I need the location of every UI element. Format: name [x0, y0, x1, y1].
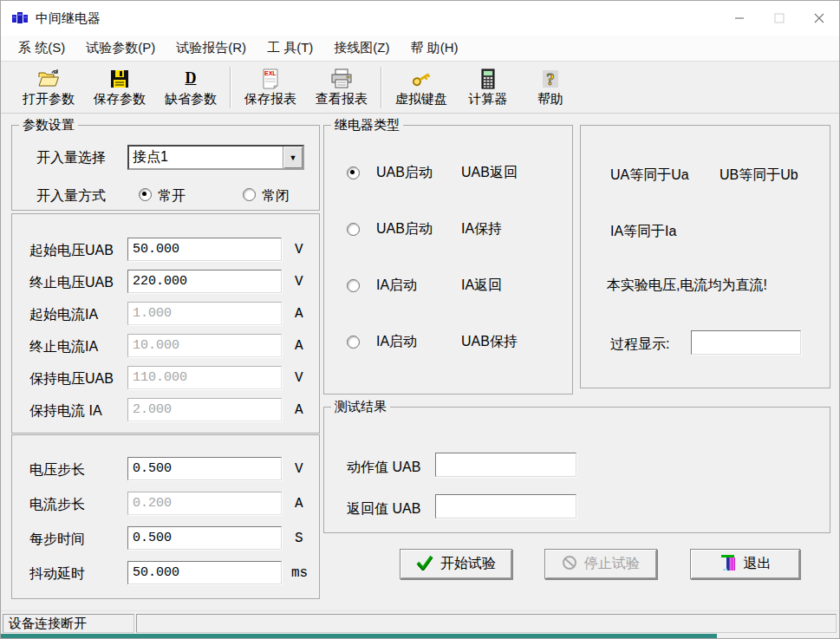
params-group: 参数设置 开入量选择 接点1 ▼ 开入量方式 常开 常闭: [11, 125, 320, 211]
field-unit: V: [295, 370, 303, 386]
start-test-button[interactable]: 开始试验: [400, 549, 512, 579]
start-current-input: [127, 302, 282, 325]
relay-option-radio-4[interactable]: [347, 336, 360, 349]
radio-normally-open-label[interactable]: 常开: [158, 187, 186, 205]
taskbar-strip: [1, 634, 717, 639]
menu-item-system[interactable]: 系 统(S): [8, 40, 75, 56]
start-test-label: 开始试验: [440, 555, 496, 573]
relay-option-radio-3[interactable]: [347, 279, 360, 292]
info-panel: UA等同于Ua UB等同于Ub IA等同于Ia 本实验电压,电流均为直流! 过程…: [580, 125, 830, 388]
field-unit: V: [295, 242, 303, 258]
result-return-label: 返回值 UAB: [347, 500, 420, 518]
relay-option-radio-2[interactable]: [347, 223, 360, 236]
field-label: 保持电流 IA: [29, 402, 102, 421]
open-folder-icon: [36, 68, 61, 90]
process-display-input: [691, 330, 801, 355]
toolbar-button-label: 查看报表: [316, 91, 368, 108]
field-label: 电流步长: [29, 496, 85, 514]
relay-option-start-label[interactable]: IA启动: [376, 333, 417, 351]
voltage-step-input[interactable]: [127, 457, 282, 480]
field-unit: A: [295, 496, 303, 512]
window-titlebar[interactable]: 中间继电器: [1, 1, 839, 36]
toolbar-button-save-report[interactable]: EXL 保存报表: [235, 64, 306, 111]
status-cell-message: [136, 614, 837, 633]
info-line-ia: IA等同于Ia: [610, 223, 676, 241]
info-line-ua: UA等同于Ua: [610, 166, 689, 185]
help-question-icon: ?: [538, 68, 563, 90]
jitter-delay-input[interactable]: [127, 561, 282, 584]
toolbar-button-label: 打开参数: [23, 91, 75, 108]
close-button[interactable]: [799, 1, 839, 36]
radio-normally-closed-label[interactable]: 常闭: [262, 187, 290, 205]
start-voltage-input[interactable]: [127, 238, 282, 261]
params-values-panel: 起始电压UAB V 终止电压UAB V 起始电流IA A 终止电流IA A 保持…: [11, 213, 320, 434]
menu-item-tools[interactable]: 工 具(T): [257, 40, 323, 56]
end-voltage-input[interactable]: [127, 270, 282, 293]
menu-item-wiring-diagram[interactable]: 接线图(Z): [323, 40, 400, 56]
relay-option-radio-1[interactable]: [347, 166, 360, 179]
process-display-label: 过程显示:: [610, 336, 669, 354]
toolbar-separator: [381, 67, 382, 108]
stop-test-button: 停止试验: [544, 549, 657, 579]
field-label: 终止电压UAB: [29, 274, 114, 292]
result-action-label: 动作值 UAB: [347, 459, 420, 477]
toolbar-button-label: 虚拟键盘: [395, 91, 447, 108]
radio-normally-closed[interactable]: [243, 188, 256, 201]
params-group-title: 参数设置: [19, 117, 78, 134]
menu-item-test-params[interactable]: 试验参数(P): [75, 40, 166, 56]
hold-voltage-input: [127, 366, 282, 389]
relay-type-group-title: 继电器类型: [331, 117, 403, 134]
toolbar-button-help[interactable]: ? 帮助: [519, 64, 582, 111]
maximize-button: [759, 1, 799, 36]
step-time-input[interactable]: [127, 526, 282, 550]
relay-option-start-label[interactable]: IA启动: [376, 277, 417, 295]
relay-option-start-label[interactable]: UAB启动: [376, 164, 433, 182]
check-icon: [416, 555, 433, 574]
relay-option-end-label: IA返回: [461, 277, 502, 295]
params-steps-panel: 电压步长 V 电流步长 A 每步时间 S 抖动延时 ms: [11, 434, 320, 599]
menu-item-help[interactable]: 帮 助(H): [400, 40, 468, 56]
exit-door-icon: [720, 554, 737, 575]
toolbar-button-virtual-keyboard[interactable]: 虚拟键盘: [386, 64, 457, 111]
toolbar-button-label: 缺省参数: [165, 91, 217, 108]
combo-dropdown-button[interactable]: ▼: [283, 147, 303, 168]
prohibition-icon: [562, 555, 577, 574]
key-icon: [409, 68, 433, 90]
field-label: 每步时间: [29, 531, 85, 549]
results-group: 测试结果 动作值 UAB 返回值 UAB: [323, 407, 830, 533]
relay-option-end-label: IA保持: [461, 220, 502, 238]
toolbar: 打开参数 保存参数 D 缺省参数: [1, 62, 839, 114]
field-label: 保持电压UAB: [29, 370, 114, 388]
status-cell-connection: 设备连接断开: [3, 614, 134, 633]
toolbar-button-calculator[interactable]: 计算器: [457, 64, 519, 111]
toolbar-button-save-params[interactable]: 保存参数: [84, 64, 155, 111]
relay-option-end-label: UAB保持: [461, 333, 518, 351]
relay-option-start-label[interactable]: UAB启动: [376, 220, 433, 238]
toolbar-button-open-params[interactable]: 打开参数: [13, 64, 84, 111]
toolbar-button-view-report[interactable]: 查看报表: [306, 64, 377, 111]
relay-option-end-label: UAB返回: [461, 164, 518, 182]
input-select-value: 接点1: [129, 147, 283, 168]
menu-item-test-report[interactable]: 试验报告(R): [166, 40, 257, 56]
toolbar-separator: [230, 67, 231, 108]
current-step-input: [127, 492, 282, 515]
window-title: 中间继电器: [36, 10, 101, 27]
result-return-input: [435, 494, 576, 518]
toolbar-button-label: 保存报表: [244, 91, 296, 108]
minimize-button[interactable]: [720, 1, 759, 36]
results-group-title: 测试结果: [331, 399, 390, 415]
toolbar-button-label: 帮助: [537, 91, 563, 108]
field-unit: S: [295, 531, 303, 546]
result-action-input: [435, 453, 576, 477]
field-unit: V: [295, 274, 303, 290]
end-current-input: [127, 334, 282, 357]
toolbar-button-default-params[interactable]: D 缺省参数: [155, 64, 226, 111]
field-label: 抖动延时: [29, 565, 85, 584]
input-select-combo[interactable]: 接点1 ▼: [127, 145, 304, 170]
toolbar-button-label: 计算器: [469, 91, 508, 108]
radio-normally-open[interactable]: [139, 188, 152, 201]
field-label: 终止电流IA: [29, 338, 98, 356]
exit-button[interactable]: 退出: [690, 549, 800, 579]
field-unit: A: [295, 338, 303, 354]
relay-type-group: 继电器类型 UAB启动 UAB返回 UAB启动 IA保持 IA启动 IA返回 I…: [323, 125, 573, 394]
